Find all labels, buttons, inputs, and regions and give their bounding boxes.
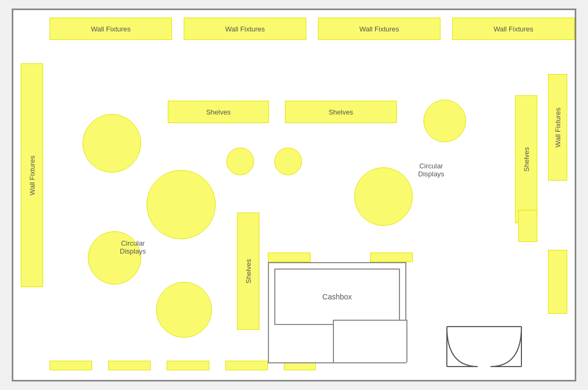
circular-display-8 xyxy=(354,167,413,226)
wall-fixture-right-top: Wall Fixtures xyxy=(548,74,567,181)
shelf-top-right: Shelves xyxy=(285,101,397,123)
circular-display-7 xyxy=(423,100,466,142)
cashbox-inner: Cashbox xyxy=(274,269,400,325)
wall-fixture-right-bottom xyxy=(548,250,567,314)
wall-fixture-bottom-2 xyxy=(108,361,151,370)
shelf-right-vertical: Shelves xyxy=(515,95,537,223)
wall-fixture-top-1: Wall Fixtures xyxy=(50,18,172,40)
wall-fixture-top-4: Wall Fixtures xyxy=(452,18,575,40)
wall-fixture-bottom-3 xyxy=(167,361,209,370)
circular-display-2 xyxy=(146,170,216,239)
cashbox-side xyxy=(333,320,407,362)
shelf-top-left: Shelves xyxy=(168,101,269,123)
wall-fixture-bottom-1 xyxy=(50,361,92,370)
wall-fixture-top-3: Wall Fixtures xyxy=(318,18,440,40)
shelf-cashbox-right xyxy=(370,253,413,262)
door-area xyxy=(442,321,527,369)
circular-display-4 xyxy=(156,282,212,338)
wall-fixture-left: Wall Fixtures xyxy=(21,63,43,287)
circular-display-6 xyxy=(274,148,302,175)
circular-displays-label-left: CircularDisplays xyxy=(120,239,146,255)
cashbox-area: Cashbox xyxy=(268,262,406,363)
wall-fixture-right-small xyxy=(518,210,537,242)
shelf-mid-vertical: Shelves xyxy=(237,213,259,330)
floor-plan: Wall Fixtures Wall Fixtures Wall Fixture… xyxy=(12,9,576,381)
circular-display-5 xyxy=(226,148,254,175)
circular-displays-label-right: CircularDisplays xyxy=(418,162,444,178)
circular-display-1 xyxy=(83,114,141,173)
wall-fixture-top-2: Wall Fixtures xyxy=(184,18,306,40)
wall-fixture-bottom-4 xyxy=(225,361,268,370)
shelf-cashbox-left xyxy=(268,253,311,262)
